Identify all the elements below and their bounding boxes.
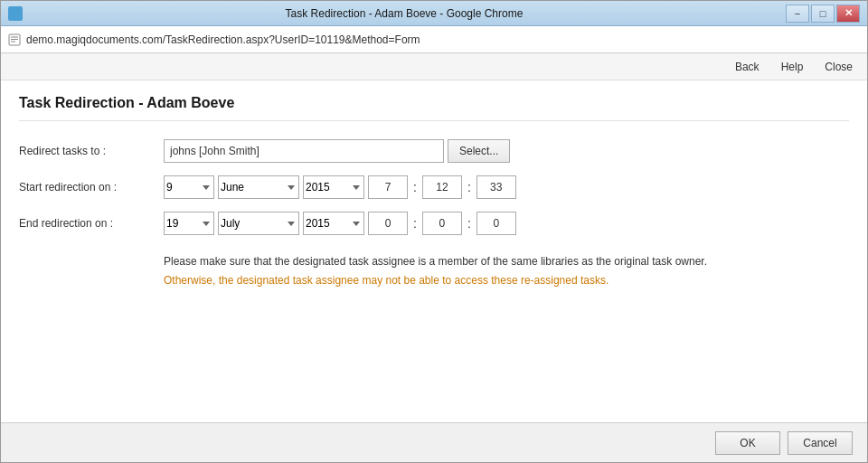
- start-label: Start redirection on :: [19, 181, 164, 194]
- window-close-button[interactable]: ✕: [836, 5, 860, 23]
- main-content: Task Redirection - Adam Boeve Redirect t…: [1, 80, 867, 422]
- address-text: demo.magiqdocuments.com/TaskRedirection.…: [26, 33, 420, 46]
- end-sep1: :: [411, 216, 419, 231]
- redirect-input[interactable]: [164, 139, 444, 163]
- maximize-button[interactable]: □: [811, 5, 835, 23]
- end-hour-input[interactable]: [368, 212, 408, 235]
- toolbar: Back Help Close: [1, 53, 867, 80]
- page-icon: [8, 33, 21, 46]
- end-sep2: :: [466, 216, 473, 231]
- start-day-select[interactable]: 9: [164, 175, 214, 199]
- end-day-select[interactable]: 19: [164, 212, 214, 235]
- browser-icon: [8, 6, 23, 21]
- notice-black-text: Please make sure that the designated tas…: [164, 253, 724, 270]
- start-month-select[interactable]: June: [218, 175, 299, 199]
- end-month-select[interactable]: July: [218, 212, 299, 235]
- footer: OK Cancel: [1, 422, 867, 462]
- end-label: End redirection on :: [19, 217, 164, 230]
- start-min-input[interactable]: [422, 175, 462, 199]
- help-button[interactable]: Help: [778, 59, 807, 75]
- back-button[interactable]: Back: [731, 59, 763, 75]
- close-page-button[interactable]: Close: [821, 59, 856, 75]
- start-sep1: :: [411, 180, 419, 194]
- start-hour-input[interactable]: [368, 175, 408, 199]
- notice-orange-text: Otherwise, the designated task assignee …: [164, 272, 724, 289]
- start-sec-input[interactable]: [476, 175, 516, 199]
- cancel-button[interactable]: Cancel: [788, 431, 853, 455]
- title-bar: Task Redirection - Adam Boeve - Google C…: [1, 1, 867, 26]
- window-controls: − □ ✕: [786, 5, 860, 23]
- address-bar: demo.magiqdocuments.com/TaskRedirection.…: [1, 26, 867, 53]
- page-title: Task Redirection - Adam Boeve: [19, 95, 849, 121]
- browser-window: Task Redirection - Adam Boeve - Google C…: [0, 0, 868, 463]
- end-year-select[interactable]: 2015: [303, 212, 364, 235]
- end-row: End redirection on : 19 July 2015 : :: [19, 212, 849, 235]
- end-sec-input[interactable]: [476, 212, 516, 235]
- start-row: Start redirection on : 9 June 2015 : :: [19, 175, 849, 199]
- window-title: Task Redirection - Adam Boeve - Google C…: [23, 7, 786, 20]
- minimize-button[interactable]: −: [786, 5, 809, 23]
- notice-block: Please make sure that the designated tas…: [164, 253, 724, 289]
- redirect-label: Redirect tasks to :: [19, 145, 164, 157]
- end-min-input[interactable]: [422, 212, 462, 235]
- redirect-row: Redirect tasks to : Select...: [19, 139, 849, 163]
- start-sep2: :: [466, 180, 473, 194]
- redirect-controls: Select...: [164, 139, 510, 163]
- end-controls: 19 July 2015 : :: [164, 212, 516, 235]
- select-button[interactable]: Select...: [448, 139, 510, 163]
- start-year-select[interactable]: 2015: [303, 175, 364, 199]
- start-controls: 9 June 2015 : :: [164, 175, 516, 199]
- ok-button[interactable]: OK: [715, 431, 780, 455]
